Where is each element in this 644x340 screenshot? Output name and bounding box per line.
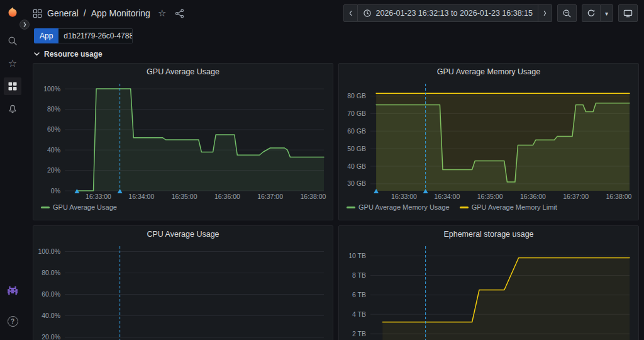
chevron-right-icon — [23, 21, 27, 28]
star-dashboard-button[interactable]: ☆ — [158, 8, 166, 19]
panel-title[interactable]: GPU Average Usage — [38, 64, 328, 80]
grid-icon — [8, 81, 18, 91]
svg-text:16:36:00: 16:36:00 — [520, 193, 546, 200]
svg-text:10 TB: 10 TB — [348, 252, 366, 259]
tv-mode-button[interactable] — [618, 4, 638, 22]
monitor-icon — [623, 9, 633, 18]
svg-text:6 TB: 6 TB — [352, 291, 366, 298]
time-series-chart[interactable]: 2 TB4 TB6 TB8 TB10 TB16:33:0016:34:0016:… — [344, 242, 633, 340]
svg-text:2 TB: 2 TB — [352, 330, 366, 337]
avatar-invader-icon — [7, 286, 18, 296]
panel-title[interactable]: CPU Average Usage — [38, 226, 328, 242]
main-content: General / App Monitoring ☆ — [25, 0, 644, 340]
svg-text:40%: 40% — [47, 146, 60, 154]
search-icon[interactable] — [4, 32, 21, 50]
star-icon: ☆ — [8, 59, 17, 69]
svg-text:100%: 100% — [43, 85, 60, 93]
share-button[interactable] — [175, 9, 184, 18]
legend-label: GPU Average Usage — [53, 203, 117, 211]
legend-item[interactable]: GPU Average Usage — [41, 203, 117, 211]
legend-swatch — [460, 207, 469, 208]
svg-text:16:34:00: 16:34:00 — [128, 193, 154, 200]
section-title: Resource usage — [44, 50, 103, 59]
time-series-chart[interactable]: 30 GB40 GB50 GB60 GB70 GB80 GB16:33:0016… — [344, 80, 633, 202]
time-series-chart[interactable]: 0%20%40%60%80%100%16:33:0016:34:0016:35:… — [38, 80, 328, 202]
svg-text:60%: 60% — [47, 125, 60, 133]
chevron-down-icon — [34, 52, 40, 56]
svg-text:40 GB: 40 GB — [347, 162, 366, 170]
svg-text:70 GB: 70 GB — [347, 110, 366, 117]
svg-text:8 TB: 8 TB — [352, 271, 366, 279]
svg-text:30 GB: 30 GB — [347, 179, 366, 187]
dashboard-grid: GPU Average Usage 0%20%40%60%80%100%16:3… — [33, 63, 639, 340]
bell-icon — [8, 104, 18, 114]
time-forward-button[interactable] — [538, 4, 552, 22]
refresh-interval-button[interactable]: ▾ — [601, 4, 613, 22]
panel-gpu-average-usage: GPU Average Usage 0%20%40%60%80%100%16:3… — [33, 63, 333, 220]
caret-down-icon: ▾ — [605, 10, 608, 17]
variable-label: App — [34, 28, 58, 43]
top-header: General / App Monitoring ☆ — [25, 0, 644, 26]
panel-title[interactable]: GPU Average Memory Usage — [344, 64, 633, 80]
panel-title[interactable]: Ephemeral storage usage — [344, 226, 633, 242]
svg-text:60 GB: 60 GB — [347, 127, 366, 135]
svg-text:50 GB: 50 GB — [347, 145, 366, 152]
time-range-button[interactable]: 2026-01-23 16:32:13 to 2026-01-23 16:38:… — [358, 4, 538, 22]
time-range-label: 2026-01-23 16:32:13 to 2026-01-23 16:38:… — [375, 9, 533, 18]
svg-text:20.0%: 20.0% — [42, 333, 60, 340]
svg-text:16:37:00: 16:37:00 — [563, 193, 589, 200]
time-controls: 2026-01-23 16:32:13 to 2026-01-23 16:38:… — [343, 4, 638, 22]
breadcrumb-page-title[interactable]: App Monitoring — [91, 8, 150, 18]
svg-text:16:35:00: 16:35:00 — [172, 193, 197, 200]
legend-item[interactable]: GPU Average Memory Limit — [460, 203, 557, 211]
variable-value-dropdown[interactable]: d1b21f79-26c0-4788-96 — [58, 28, 133, 43]
panel-cpu-average-usage: CPU Average Usage 20.0%40.0%60.0%80.0%10… — [33, 225, 333, 340]
legend-label: GPU Average Memory Limit — [472, 203, 557, 211]
help-icon[interactable]: ? — [4, 312, 21, 330]
panel-legend: GPU Average Usage — [38, 202, 328, 215]
svg-text:80.0%: 80.0% — [42, 269, 60, 276]
time-series-chart[interactable]: 20.0%40.0%60.0%80.0%100.0%16:33:0016:34:… — [38, 242, 328, 340]
sidebar: ☆ — [0, 0, 25, 340]
dashboards-icon[interactable] — [4, 77, 21, 95]
panel-ephemeral-storage-usage: Ephemeral storage usage 2 TB4 TB6 TB8 TB… — [338, 225, 639, 340]
menu-open-button[interactable] — [19, 20, 30, 30]
svg-text:16:37:00: 16:37:00 — [257, 193, 283, 200]
svg-text:80 GB: 80 GB — [347, 92, 366, 99]
panel-legend: GPU Average Memory Usage GPU Average Mem… — [344, 202, 633, 215]
section-resource-usage[interactable]: Resource usage — [25, 47, 644, 63]
svg-text:16:38:00: 16:38:00 — [606, 193, 631, 200]
alerting-icon[interactable] — [4, 100, 21, 118]
variables-row: App d1b21f79-26c0-4788-96 — [34, 28, 636, 44]
breadcrumb: General / App Monitoring ☆ — [33, 8, 184, 19]
svg-text:16:38:00: 16:38:00 — [300, 193, 326, 200]
svg-text:16:35:00: 16:35:00 — [477, 193, 503, 200]
refresh-icon — [587, 9, 596, 18]
legend-swatch — [347, 207, 355, 208]
chevron-left-icon — [348, 10, 353, 16]
legend-item[interactable]: GPU Average Memory Usage — [347, 203, 450, 211]
question-mark-icon: ? — [8, 316, 18, 327]
clock-icon — [363, 9, 372, 18]
svg-text:16:34:00: 16:34:00 — [434, 193, 460, 200]
svg-text:4 TB: 4 TB — [352, 310, 366, 318]
refresh-button[interactable] — [582, 4, 601, 22]
svg-text:16:33:00: 16:33:00 — [391, 193, 417, 200]
grafana-flame-icon — [6, 6, 19, 20]
svg-text:80%: 80% — [47, 105, 60, 113]
time-back-button[interactable] — [343, 4, 358, 22]
starred-dashboards-icon[interactable]: ☆ — [4, 55, 21, 72]
chevron-right-icon — [543, 10, 547, 16]
grafana-logo[interactable] — [6, 6, 19, 20]
magnifier-icon — [8, 36, 18, 46]
breadcrumb-section[interactable]: General — [47, 8, 79, 18]
breadcrumb-separator: / — [84, 8, 86, 18]
panel-gpu-average-memory-usage: GPU Average Memory Usage 30 GB40 GB50 GB… — [338, 63, 639, 220]
legend-label: GPU Average Memory Usage — [358, 203, 450, 211]
magnifier-minus-icon — [562, 9, 572, 18]
share-icon — [175, 9, 184, 18]
svg-text:16:36:00: 16:36:00 — [214, 193, 240, 200]
zoom-out-button[interactable] — [557, 4, 577, 22]
user-avatar[interactable] — [4, 282, 21, 300]
apps-grid-icon[interactable] — [33, 9, 42, 18]
